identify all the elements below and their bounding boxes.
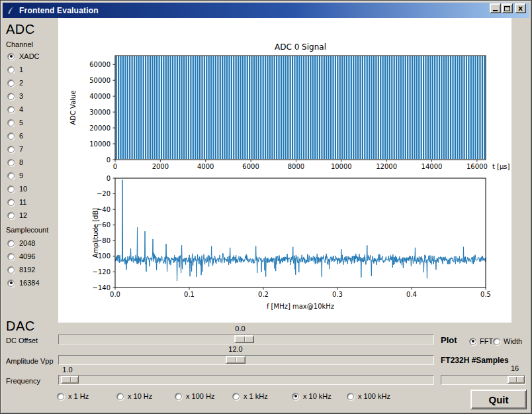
radio-icon	[7, 146, 15, 153]
adc-sidebar: ADC Channel XADC 1 2 3 4	[1, 18, 58, 413]
ft232h-samples-label: FT232H #Samples	[441, 356, 509, 365]
x-tick-label: 2000	[152, 163, 169, 170]
close-icon: x	[515, 4, 525, 13]
radio-icon	[7, 266, 15, 274]
y-tick-label: −140	[93, 284, 111, 291]
samplecount-radio-option[interactable]: 4096	[7, 250, 40, 263]
samplecount-radio-option[interactable]: 2048	[7, 236, 40, 250]
radio-icon	[175, 393, 182, 400]
dc-offset-slider[interactable]	[58, 335, 434, 344]
y-tick-label: 40000	[89, 93, 111, 100]
radio-icon	[347, 393, 354, 400]
radio-icon	[7, 132, 15, 140]
radio-icon	[7, 79, 15, 87]
radio-icon	[7, 159, 15, 166]
channel-radio-option[interactable]: 8	[7, 156, 40, 169]
plot-label: Plot	[441, 335, 457, 345]
channel-radio-option[interactable]: 7	[7, 142, 40, 156]
x-tick-label: 12000	[376, 163, 397, 170]
maximize-button[interactable]	[502, 3, 513, 13]
multiplier-radio-option[interactable]: x 10 kHz	[292, 391, 332, 401]
samplecount-radio-group: 2048 4096 8192 16384	[7, 236, 40, 289]
channel-label: Channel	[6, 40, 33, 48]
minimize-button[interactable]	[490, 3, 501, 13]
x-tick-label: 0.3	[332, 291, 343, 298]
multiplier-radio-option[interactable]: x 100 kHz	[347, 391, 390, 401]
plot1-title: ADC 0 Signal	[275, 42, 326, 52]
channel-radio-option[interactable]: XADC	[7, 50, 40, 63]
frequency-slider[interactable]	[58, 375, 434, 385]
multiplier-radio-option[interactable]: x 10 Hz	[116, 391, 152, 401]
title-bar[interactable]: Frontend Evaluation	[3, 3, 529, 18]
samplecount-radio-option[interactable]: 16384	[7, 276, 40, 289]
radio-icon	[7, 53, 15, 60]
multiplier-radio-option[interactable]: x 100 Hz	[175, 391, 214, 401]
radio-icon	[7, 119, 15, 127]
y-tick-label: −120	[93, 268, 111, 276]
minimize-icon	[493, 10, 498, 11]
radio-icon	[469, 338, 476, 345]
dac-heading: DAC	[6, 319, 35, 334]
x-tick-label: 8000	[288, 163, 304, 170]
channel-radio-option[interactable]: 2	[7, 76, 40, 89]
samplecount-label: Samplecount	[6, 226, 48, 234]
plot2-ylabel: Amplitude [dB]	[92, 208, 99, 258]
ft232h-samples-slider-handle[interactable]	[508, 376, 525, 384]
dc-offset-slider-handle[interactable]	[234, 335, 254, 343]
channel-radio-option[interactable]: 4	[7, 103, 40, 116]
channel-radio-option[interactable]: 12	[7, 209, 40, 222]
radio-icon	[7, 172, 15, 180]
y-tick-label: 60000	[89, 61, 111, 68]
plot2-xlabel: f [MHz] max@10kHz	[267, 303, 334, 310]
plot-radio-option[interactable]: FFT	[469, 336, 493, 346]
radio-icon	[292, 393, 299, 400]
plots-canvas: 0200040006000800010000120001400016000010…	[58, 18, 511, 323]
close-button[interactable]: x	[515, 3, 526, 13]
x-tick-label: 0.0	[110, 291, 120, 298]
samplecount-radio-option[interactable]: 8192	[7, 263, 40, 276]
app-window: Frontend Evaluation x ADC Channel XADC 1…	[0, 0, 532, 414]
frequency-value: 1.0	[53, 366, 82, 374]
x-tick-label: 0.1	[184, 291, 195, 298]
y-tick-label: −20	[97, 190, 111, 197]
radio-icon	[7, 93, 15, 100]
adc-signal-trace	[116, 56, 485, 159]
radio-icon	[7, 212, 15, 219]
channel-radio-option[interactable]: 3	[7, 89, 40, 103]
multiplier-radio-option[interactable]: x 1 kHz	[232, 391, 268, 401]
channel-radio-option[interactable]: 10	[7, 182, 40, 195]
radio-icon	[7, 280, 15, 287]
radio-icon	[7, 106, 15, 113]
channel-radio-option[interactable]: 5	[7, 116, 40, 129]
plot1-xlabel: t [μs]	[492, 163, 510, 170]
y-tick-label: 10000	[89, 140, 111, 148]
window-title: Frontend Evaluation	[19, 6, 99, 15]
x-tick-label: 0	[113, 163, 117, 170]
dc-offset-value: 0.0	[226, 325, 255, 333]
radio-icon	[116, 393, 124, 400]
adc-heading: ADC	[6, 22, 35, 37]
x-tick-label: 10000	[331, 163, 352, 170]
x-tick-label: 4000	[197, 163, 214, 170]
amplitude-slider[interactable]	[58, 355, 434, 365]
plot-radio-option[interactable]: Width	[493, 336, 522, 346]
amplitude-slider-handle[interactable]	[226, 356, 245, 364]
ft232h-samples-slider[interactable]	[441, 375, 525, 385]
y-tick-label: 50000	[89, 77, 111, 84]
plot1-ylabel: ADC Value	[69, 90, 77, 125]
multiplier-radio-option[interactable]: x 1 Hz	[57, 391, 89, 401]
maximize-icon	[504, 6, 510, 11]
fft-trace	[115, 180, 486, 281]
channel-radio-option[interactable]: 1	[7, 63, 40, 76]
y-tick-label: 20000	[89, 125, 111, 132]
channel-radio-option[interactable]: 6	[7, 129, 40, 142]
channel-radio-option[interactable]: 11	[7, 195, 40, 209]
channel-radio-option[interactable]: 9	[7, 169, 40, 182]
y-tick-label: 0	[107, 156, 111, 164]
radio-icon	[7, 253, 15, 260]
amplitude-label: Amplitude Vpp	[6, 357, 54, 365]
x-tick-label: 16000	[466, 163, 488, 170]
radio-icon	[232, 393, 240, 400]
quit-button[interactable]: Quit	[470, 389, 527, 409]
frequency-slider-handle[interactable]	[61, 376, 79, 384]
